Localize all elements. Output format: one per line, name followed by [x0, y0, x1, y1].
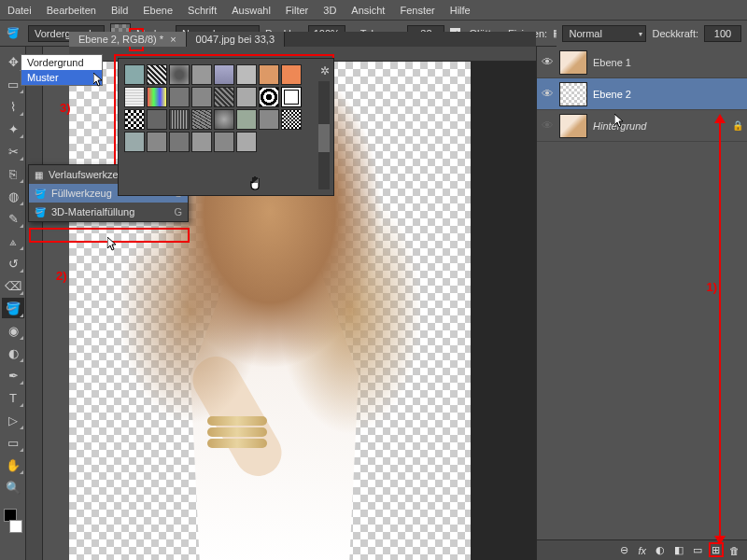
- pattern-swatch-item[interactable]: [169, 87, 190, 107]
- blur-tool[interactable]: ◉: [2, 320, 24, 341]
- right-panels: 👁 Ebene 1 👁 Ebene 2 👁 Hintergrund 🔒 ⊖ fx…: [536, 47, 747, 560]
- pattern-swatch-item[interactable]: [214, 64, 234, 85]
- pattern-swatch-item[interactable]: [124, 64, 145, 85]
- cursor-icon: [93, 73, 105, 88]
- menu-hilfe[interactable]: Hilfe: [450, 5, 471, 16]
- pattern-swatch-item[interactable]: [147, 64, 167, 85]
- mask-icon[interactable]: ◐: [655, 544, 665, 556]
- layer-blend-mode[interactable]: Normal: [562, 25, 646, 42]
- doc-tab-1[interactable]: Ebene 2, RGB/8) * ×: [69, 32, 187, 47]
- path-tool[interactable]: ▷: [2, 410, 24, 430]
- eraser-tool[interactable]: ⌫: [2, 275, 24, 296]
- pattern-swatch-item[interactable]: [281, 109, 302, 130]
- wand-tool[interactable]: ✦: [2, 119, 24, 139]
- crop-tool[interactable]: ✂: [2, 141, 24, 161]
- pen-tool[interactable]: ✒: [2, 365, 24, 385]
- fg-bg-swatch[interactable]: [2, 507, 24, 535]
- layer-thumbnail[interactable]: [559, 114, 587, 138]
- stamp-tool[interactable]: ⟁: [2, 231, 24, 251]
- document-tabs: Ebene 2, RGB/8) * × 0047.jpg bei 33,3: [69, 32, 536, 47]
- 3d-material-item[interactable]: 🪣 3D-MaterialfüllungG: [29, 203, 188, 221]
- pattern-swatch-item[interactable]: [214, 109, 234, 130]
- menu-schrift[interactable]: Schrift: [188, 5, 217, 16]
- menu-auswahl[interactable]: Auswahl: [232, 5, 271, 16]
- annotation-2: 2): [56, 269, 67, 283]
- fill-source-list: Vordergrund Muster: [21, 54, 103, 86]
- zoom-tool[interactable]: 🔍: [2, 477, 24, 497]
- bucket-tool[interactable]: 🪣: [2, 298, 24, 318]
- menu-filter[interactable]: Filter: [286, 5, 308, 16]
- fill-source-foreground[interactable]: Vordergrund: [21, 55, 102, 70]
- pattern-swatch-item[interactable]: [214, 132, 234, 152]
- doc-tab-2[interactable]: 0047.jpg bei 33,3: [187, 32, 285, 47]
- pattern-menu-icon[interactable]: ✲: [320, 64, 330, 77]
- layer-name[interactable]: Ebene 1: [593, 57, 631, 68]
- heal-tool[interactable]: ◍: [2, 186, 24, 206]
- pattern-swatch-item[interactable]: [191, 87, 212, 107]
- link-layers-icon[interactable]: ⊖: [620, 544, 628, 556]
- pattern-swatch-item[interactable]: [169, 109, 190, 130]
- layer-thumbnail[interactable]: [559, 82, 587, 106]
- pattern-picker: ✲: [118, 58, 334, 196]
- annotation-arrowhead: [714, 536, 726, 545]
- layer-name[interactable]: Ebene 2: [593, 89, 631, 100]
- pattern-swatch-item[interactable]: [191, 132, 212, 152]
- menu-3d[interactable]: 3D: [323, 5, 336, 16]
- pattern-swatch-item[interactable]: [281, 87, 302, 107]
- dodge-tool[interactable]: ◐: [2, 343, 24, 363]
- pattern-swatch-item[interactable]: [147, 132, 167, 152]
- pattern-swatch-item[interactable]: [281, 64, 302, 85]
- layer-opacity-value[interactable]: 100: [704, 25, 741, 42]
- layers-top-options: Normal Deckkraft: 100: [557, 21, 747, 47]
- hand-tool[interactable]: ✋: [2, 455, 24, 475]
- menu-bearbeiten[interactable]: Bearbeiten: [47, 5, 96, 16]
- layer-thumbnail[interactable]: [559, 50, 587, 75]
- layer-opacity-label: Deckkraft:: [652, 28, 698, 39]
- pattern-swatch-item[interactable]: [236, 64, 257, 85]
- tools-panel: ✥ ▭ ⌇ ✦ ✂ ⎘ ◍ ✎ ⟁ ↺ ⌫ 🪣 ◉ ◐ ✒ T ▷ ▭ ✋ 🔍: [0, 47, 26, 560]
- visibility-icon[interactable]: 👁: [541, 55, 554, 69]
- history-brush-tool[interactable]: ↺: [2, 253, 24, 273]
- lasso-tool[interactable]: ⌇: [2, 96, 24, 117]
- pattern-swatch-item[interactable]: [169, 64, 190, 85]
- pattern-swatch-item[interactable]: [236, 87, 257, 107]
- cursor-icon: [614, 114, 626, 129]
- pattern-swatch-item[interactable]: [214, 87, 234, 107]
- pattern-scrollbar[interactable]: [318, 81, 330, 189]
- main-menubar: Datei Bearbeiten Bild Ebene Schrift Ausw…: [0, 0, 747, 21]
- group-icon[interactable]: ▭: [693, 544, 702, 556]
- pattern-swatch-item[interactable]: [169, 132, 190, 152]
- pattern-swatch-item[interactable]: [191, 64, 212, 85]
- pattern-swatch-item[interactable]: [124, 87, 145, 107]
- pattern-swatch-item[interactable]: [259, 109, 279, 130]
- close-icon[interactable]: ×: [170, 34, 176, 45]
- adjustment-icon[interactable]: ◧: [674, 544, 684, 556]
- pattern-swatch-item[interactable]: [124, 109, 145, 130]
- visibility-icon[interactable]: 👁: [541, 87, 554, 101]
- pattern-swatch-item[interactable]: [147, 109, 167, 130]
- eyedropper-tool[interactable]: ⎘: [2, 163, 24, 184]
- layer-row[interactable]: 👁 Ebene 1: [537, 47, 747, 78]
- hand-cursor-icon: [248, 175, 263, 190]
- fill-source-pattern[interactable]: Muster: [21, 70, 102, 85]
- trash-icon[interactable]: 🗑: [729, 545, 740, 556]
- menu-bild[interactable]: Bild: [111, 5, 128, 16]
- pattern-swatch-item[interactable]: [124, 132, 145, 152]
- pattern-swatch-item[interactable]: [147, 87, 167, 107]
- menu-datei[interactable]: Datei: [7, 5, 32, 16]
- menu-ansicht[interactable]: Ansicht: [351, 5, 385, 16]
- pattern-swatch-item[interactable]: [236, 109, 257, 130]
- layer-row[interactable]: 👁 Ebene 2: [537, 78, 747, 110]
- visibility-icon[interactable]: 👁: [541, 119, 554, 133]
- pattern-swatch-item[interactable]: [259, 64, 279, 85]
- pattern-swatch-item[interactable]: [259, 87, 279, 107]
- fx-icon[interactable]: fx: [638, 545, 646, 556]
- shape-tool[interactable]: ▭: [2, 432, 24, 453]
- menu-fenster[interactable]: Fenster: [400, 5, 434, 16]
- type-tool[interactable]: T: [2, 387, 24, 408]
- pattern-swatch-item[interactable]: [191, 109, 212, 130]
- brush-tool[interactable]: ✎: [2, 208, 24, 229]
- pattern-swatch-item[interactable]: [236, 132, 257, 152]
- new-layer-icon[interactable]: ⊞: [712, 544, 720, 556]
- menu-ebene[interactable]: Ebene: [143, 5, 173, 16]
